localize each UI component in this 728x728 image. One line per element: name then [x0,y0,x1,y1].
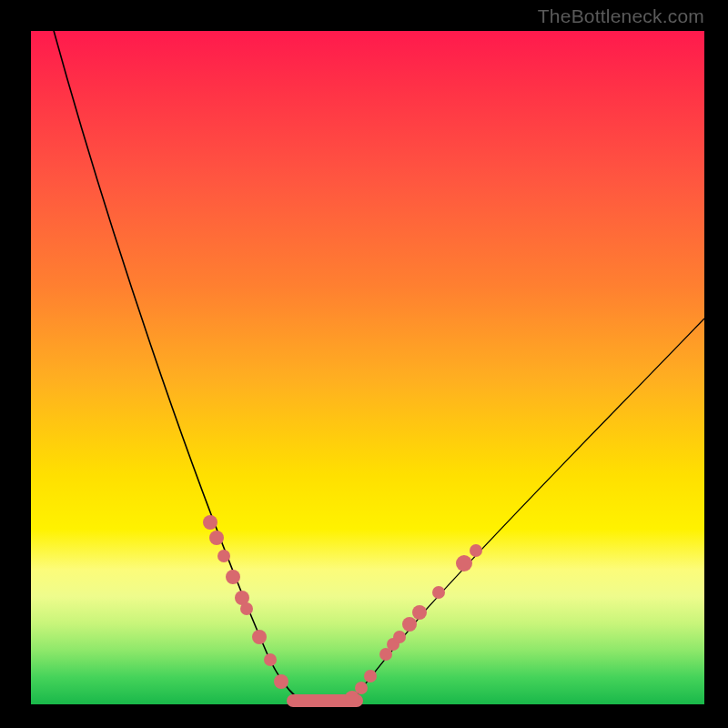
data-dot [470,544,482,557]
data-dot [355,682,368,694]
data-dot [209,531,224,545]
data-dot [432,586,445,599]
data-dot [264,653,277,666]
data-dot [217,550,230,562]
left-curve [53,27,310,704]
dot-group [203,515,482,705]
chart-frame: TheBottleneck.com [0,0,728,728]
plot-area [31,31,704,704]
right-curve [350,318,704,703]
data-dot [364,670,377,682]
data-dot [240,602,253,615]
data-dot [203,515,217,530]
data-dot [402,617,417,632]
data-dot [456,555,472,571]
watermark-text: TheBottleneck.com [538,5,704,27]
data-dot [252,630,267,644]
curve-layer [31,31,704,704]
data-dot [393,631,406,643]
data-dot [274,674,288,689]
data-dot [412,605,427,620]
data-dot [226,570,240,584]
